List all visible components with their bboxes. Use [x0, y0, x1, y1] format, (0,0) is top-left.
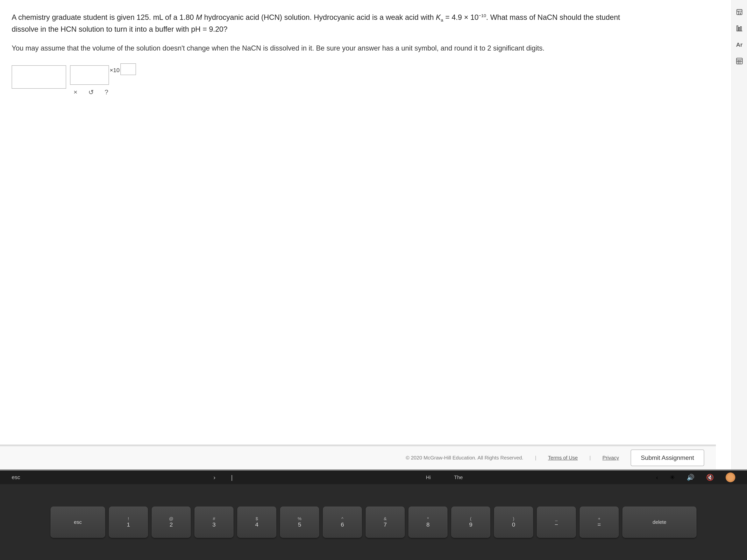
- key-equals[interactable]: + =: [580, 507, 619, 538]
- footer-divider: |: [535, 455, 536, 461]
- ar-icon[interactable]: Ar: [735, 41, 744, 49]
- key-8[interactable]: * 8: [409, 507, 447, 538]
- brightness-icon[interactable]: ✳: [670, 474, 675, 481]
- copyright-text: © 2020 McGraw-Hill Education. All Rights…: [406, 455, 523, 461]
- key-5[interactable]: % 5: [280, 507, 319, 538]
- question-area: A chemistry graduate student is given 12…: [0, 0, 662, 105]
- footer-divider-2: |: [589, 455, 591, 461]
- svg-rect-6: [739, 28, 740, 31]
- key-6[interactable]: ^ 6: [323, 507, 362, 538]
- submit-assignment-button[interactable]: Submit Assignment: [631, 450, 704, 466]
- touch-bar-right-chevron[interactable]: ›: [213, 474, 215, 481]
- key-1[interactable]: ! 1: [109, 507, 148, 538]
- touch-bar-center: Hi The: [426, 475, 463, 480]
- sci-coefficient-input[interactable]: [70, 65, 109, 85]
- question-text: A chemistry graduate student is given 12…: [12, 12, 646, 35]
- sci-x10-label: ×10: [109, 65, 121, 75]
- touch-bar-pipe: |: [231, 474, 233, 481]
- sound-on-icon[interactable]: 🔊: [687, 474, 694, 481]
- table-icon[interactable]: [735, 57, 744, 65]
- key-2[interactable]: @ 2: [152, 507, 191, 538]
- key-9[interactable]: ( 9: [451, 507, 490, 538]
- key-3[interactable]: # 3: [195, 507, 233, 538]
- clear-button[interactable]: ×: [72, 87, 79, 97]
- instructions-text: You may assume that the volume of the so…: [12, 43, 646, 54]
- key-7[interactable]: & 7: [366, 507, 405, 538]
- key-0[interactable]: ) 0: [494, 507, 533, 538]
- svg-rect-5: [737, 26, 738, 31]
- touch-bar-left-chevron: ‹: [656, 474, 658, 481]
- key-minus[interactable]: _ −: [537, 507, 576, 538]
- touch-bar-right: ‹ ✳ 🔊 🔇: [656, 473, 735, 482]
- chart-icon[interactable]: [735, 24, 744, 33]
- calculator-icon[interactable]: [735, 8, 744, 16]
- touch-bar-hi: Hi: [426, 475, 431, 480]
- sci-exponent-input[interactable]: [121, 63, 136, 75]
- touch-bar: esc › | Hi The ‹ ✳ 🔊 🔇: [0, 471, 747, 484]
- sci-controls: × ↺ ?: [70, 87, 110, 97]
- sound-mute-icon[interactable]: 🔇: [706, 474, 714, 481]
- keyboard-area: esc › | Hi The ‹ ✳ 🔊 🔇 esc ! 1: [0, 471, 747, 560]
- touch-bar-the: The: [454, 475, 463, 480]
- svg-rect-7: [740, 27, 741, 31]
- key-delete[interactable]: delete: [622, 507, 696, 538]
- help-button[interactable]: ?: [103, 87, 110, 97]
- key-row-numbers: esc ! 1 @ 2 # 3 $ 4 % 5 ^: [12, 507, 735, 538]
- undo-button[interactable]: ↺: [87, 87, 95, 97]
- main-answer-input[interactable]: [12, 65, 66, 89]
- privacy-link[interactable]: Privacy: [602, 455, 619, 461]
- terms-link[interactable]: Terms of Use: [548, 455, 578, 461]
- footer-area: © 2020 McGraw-Hill Education. All Rights…: [0, 446, 716, 470]
- right-sidebar: Ar: [731, 0, 747, 470]
- user-avatar-icon[interactable]: [726, 473, 735, 482]
- separator-bar: [0, 445, 716, 446]
- scientific-notation-box: ×10 × ↺ ?: [70, 65, 136, 97]
- answer-input-area: ×10 × ↺ ?: [12, 65, 646, 97]
- keyboard-rows: esc ! 1 @ 2 # 3 $ 4 % 5 ^: [0, 484, 747, 560]
- key-4[interactable]: $ 4: [237, 507, 276, 538]
- key-esc[interactable]: esc: [51, 507, 105, 538]
- svg-rect-0: [737, 9, 742, 15]
- svg-rect-9: [737, 58, 742, 64]
- esc-touch-key[interactable]: esc: [12, 474, 20, 480]
